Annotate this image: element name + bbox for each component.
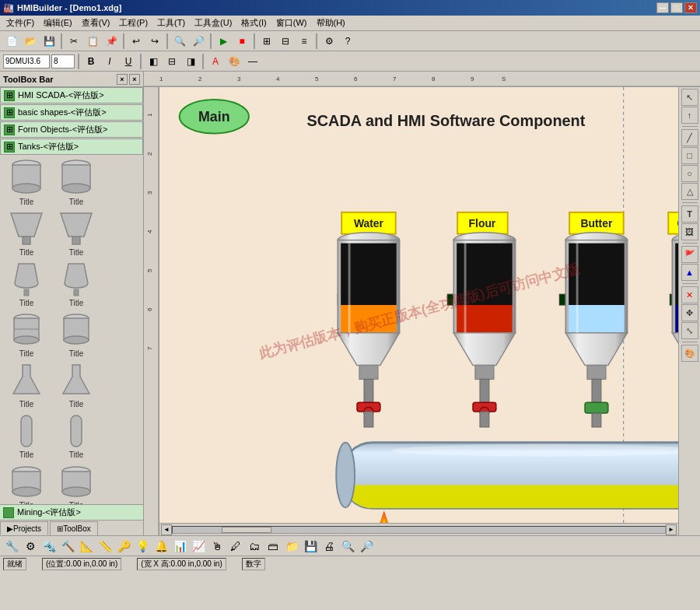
rt-image-icon[interactable]: 🖼	[681, 223, 698, 240]
cut-icon[interactable]: ✂	[65, 33, 82, 50]
rt-flag-icon[interactable]: 🚩	[681, 246, 698, 263]
category-mining[interactable]: Mining-<评估版>	[0, 504, 143, 520]
bt-icon-7[interactable]: 🔑	[115, 538, 132, 555]
rt-poly-icon[interactable]: △	[681, 183, 698, 200]
category-form-objects[interactable]: ⊞ Form Objects-<评估版>	[0, 121, 143, 138]
scroll-thumb[interactable]	[222, 527, 271, 533]
scroll-right-button[interactable]: ►	[666, 524, 677, 535]
toolbox-item-3[interactable]: Title	[3, 209, 50, 257]
scroll-track[interactable]	[172, 526, 666, 534]
bt-icon-15[interactable]: 🗃	[264, 538, 282, 555]
open-icon[interactable]: 📂	[22, 33, 39, 50]
save-icon[interactable]: 💾	[40, 33, 58, 50]
toolbox-item-1[interactable]: Title	[3, 159, 50, 206]
new-icon[interactable]: 📄	[3, 33, 20, 50]
redo-icon[interactable]: ↪	[146, 33, 163, 50]
undo-icon[interactable]: ↩	[128, 33, 145, 50]
menu-format[interactable]: 格式(I)	[236, 16, 271, 30]
projects-tab[interactable]: ▶ Projects	[0, 521, 48, 535]
menu-window[interactable]: 窗口(W)	[271, 16, 312, 30]
menu-edit[interactable]: 编辑(E)	[39, 16, 77, 30]
fill-color-icon[interactable]: 🎨	[226, 53, 243, 70]
menu-project[interactable]: 工程(P)	[114, 16, 152, 30]
align-icon[interactable]: ≡	[296, 33, 313, 50]
rt-color-icon[interactable]: 🎨	[681, 345, 698, 362]
bt-icon-3[interactable]: 🔩	[40, 538, 58, 555]
category-tanks[interactable]: ⊞ Tanks-<评估版>	[0, 138, 143, 155]
toolbox-item-14[interactable]: Title	[53, 462, 100, 504]
bt-icon-10[interactable]: 📊	[171, 538, 188, 555]
rt-line-icon[interactable]: ╱	[681, 129, 698, 146]
toolbox-item-12[interactable]: Title	[53, 412, 100, 459]
rt-text-icon[interactable]: T	[681, 205, 698, 223]
run-icon[interactable]: ▶	[215, 33, 232, 50]
line-color-icon[interactable]: —	[244, 53, 261, 70]
menu-tools[interactable]: 工具(T)	[152, 16, 190, 30]
bt-icon-18[interactable]: 🖨	[320, 538, 338, 555]
toolbox-item-11[interactable]: Title	[3, 412, 50, 459]
bt-icon-4[interactable]: 🔨	[59, 538, 76, 555]
toolbox-item-2[interactable]: Title	[53, 159, 100, 206]
minimize-button[interactable]: —	[656, 2, 669, 13]
bt-icon-20[interactable]: 🔎	[358, 538, 375, 555]
h-scrollbar[interactable]: ◄ ►	[159, 523, 678, 535]
menu-view[interactable]: 查看(V)	[77, 16, 115, 30]
toolbox-tab[interactable]: ⊞ ToolBox	[50, 521, 98, 535]
menu-help[interactable]: 帮助(H)	[312, 16, 350, 30]
font-size-input[interactable]	[51, 54, 75, 68]
toolbox-item-7[interactable]: Title	[3, 310, 50, 358]
maximize-button[interactable]: □	[670, 2, 683, 13]
grid-icon[interactable]: ⊞	[258, 33, 275, 50]
zoom-out-icon[interactable]: 🔎	[190, 33, 207, 50]
toolbox-item-4[interactable]: Title	[53, 209, 100, 257]
prop-icon[interactable]: ⚙	[320, 33, 338, 50]
toolbox-item-13[interactable]: Title	[3, 462, 50, 504]
italic-icon[interactable]: I	[101, 53, 118, 70]
toolbox-pin-button[interactable]: ×	[117, 74, 128, 85]
toolbox-item-6[interactable]: Title	[53, 260, 100, 307]
bt-icon-8[interactable]: 💡	[134, 538, 151, 555]
font-color-icon[interactable]: A	[207, 53, 224, 70]
bt-icon-19[interactable]: 🔍	[339, 538, 356, 555]
bt-icon-6[interactable]: 📏	[96, 538, 114, 555]
bt-icon-17[interactable]: 💾	[302, 538, 319, 555]
toolbox-item-8[interactable]: Title	[53, 310, 100, 358]
paste-icon[interactable]: 📌	[103, 33, 120, 50]
align-right-icon[interactable]: ◨	[182, 53, 199, 70]
rt-blue-icon[interactable]: ▲	[681, 264, 698, 281]
bt-icon-13[interactable]: 🖊	[227, 538, 244, 555]
zoom-in-icon[interactable]: 🔍	[171, 33, 188, 50]
rt-pointer-icon[interactable]: ↑	[681, 107, 698, 124]
help2-icon[interactable]: ?	[339, 33, 356, 50]
menu-toolbox[interactable]: 工具盒(U)	[190, 16, 236, 30]
toolbox-item-10[interactable]: Title	[53, 361, 100, 408]
bold-icon[interactable]: B	[82, 53, 100, 70]
rt-delete-icon[interactable]: ✕	[681, 286, 698, 303]
toolbox-close-button[interactable]: ×	[129, 74, 140, 85]
category-basic-shapes[interactable]: ⊞ basic shapes-<评估版>	[0, 104, 143, 121]
bt-icon-2[interactable]: ⚙	[22, 538, 39, 555]
close-button[interactable]: ✕	[684, 2, 697, 13]
rt-ellipse-icon[interactable]: ○	[681, 165, 698, 182]
bt-icon-5[interactable]: 📐	[78, 538, 95, 555]
stop-icon[interactable]: ■	[233, 33, 250, 50]
bt-icon-14[interactable]: 🗂	[246, 538, 263, 555]
snap-icon[interactable]: ⊟	[277, 33, 294, 50]
rt-rect-icon[interactable]: □	[681, 147, 698, 164]
rt-resize-icon[interactable]: ⤡	[681, 322, 698, 339]
rt-select-icon[interactable]: ↖	[681, 89, 698, 106]
align-left-icon[interactable]: ◧	[145, 53, 162, 70]
bt-icon-16[interactable]: 📁	[283, 538, 300, 555]
toolbox-item-9[interactable]: Title	[3, 361, 50, 408]
main-canvas[interactable]: 此为评估版本，购买正版本(全功能版)后可访问中文版 Main SCADA and…	[159, 87, 678, 535]
toolbox-item-5[interactable]: Title	[3, 260, 50, 307]
scroll-left-button[interactable]: ◄	[161, 524, 172, 535]
bt-icon-12[interactable]: 🖱	[208, 538, 226, 555]
bt-icon-11[interactable]: 📈	[190, 538, 207, 555]
bt-icon-9[interactable]: 🔔	[152, 538, 170, 555]
bt-icon-1[interactable]: 🔧	[3, 538, 20, 555]
menu-file[interactable]: 文件(F)	[2, 16, 39, 30]
font-name-input[interactable]	[3, 54, 50, 68]
category-hmi-scada[interactable]: ⊞ HMI SCADA-<评估版>	[0, 87, 143, 103]
align-center-icon[interactable]: ⊟	[163, 53, 180, 70]
